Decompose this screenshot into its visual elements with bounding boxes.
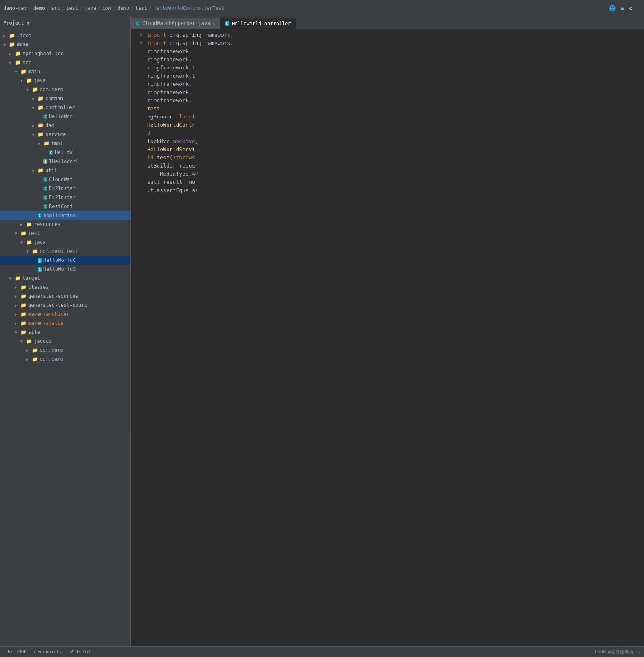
tree-item-com-demo-2[interactable]: ▶ 📁 com.demo: [0, 355, 130, 364]
tab-icon: C: [225, 21, 229, 26]
tree-item-controller[interactable]: ▼ 📁 controller: [0, 103, 130, 112]
arrow-icon: ▶: [32, 96, 38, 101]
arrow-icon: ▶: [15, 294, 20, 299]
tree-item-maven-status[interactable]: ▶ 📁 maven-status: [0, 319, 130, 328]
folder-icon: 📁: [43, 141, 49, 146]
arrow-icon: ▼: [9, 276, 15, 281]
tab-cloudwatch[interactable]: C CloudWatchAppender.java ✕: [131, 18, 220, 29]
tree-item-resources[interactable]: ▶ 📁 resources: [0, 220, 130, 229]
bottom-bar-todo[interactable]: ≡ 6: TODO: [3, 649, 27, 655]
tree-item-java-main[interactable]: ▼ 📁 java: [0, 76, 130, 85]
code-line: ringframework.t: [131, 64, 644, 72]
code-line: HelloWorldServi: [131, 145, 644, 154]
tab-helloworld-ctrl[interactable]: C HelloWorldController: [220, 18, 296, 29]
arrow-icon: ▼: [20, 240, 26, 245]
tree-item-generated-sources[interactable]: ▶ 📁 generated-sources: [0, 292, 130, 301]
tree-item-hellow-impl[interactable]: C HelloW: [0, 148, 130, 157]
arrow-icon: ▼: [15, 330, 20, 335]
folder-icon: 📁: [20, 320, 27, 326]
folder-icon: 📁: [20, 293, 27, 299]
tree-item-src[interactable]: ▼ 📁 src: [0, 58, 130, 67]
folder-icon: 📁: [20, 302, 27, 308]
tree-item-com-demo-jacoco[interactable]: ▶ 📁 com.demo: [0, 346, 130, 355]
code-line: ringframework.: [131, 47, 644, 56]
tree-item-helloworld-ctrl-test[interactable]: C HelloWorldC: [0, 256, 130, 265]
tree-container[interactable]: ▶ 📁 .idea ▼ 📁 demo ▶ 📁 springboot_log: [0, 29, 130, 646]
arrow-icon: ▶: [15, 312, 20, 317]
folder-icon: 📁: [32, 248, 38, 254]
class-icon: C: [38, 267, 42, 272]
tree-item-common[interactable]: ▶ 📁 common: [0, 94, 130, 103]
tree-item-helloworld-ctrl[interactable]: C HelloWorl: [0, 112, 130, 121]
arrow-icon: ▼: [20, 339, 26, 344]
arrow-icon: ▼: [38, 141, 43, 146]
arrow-icon: ▶: [32, 123, 38, 128]
code-line: 9 import org.springframework.: [131, 39, 644, 47]
folder-icon: 📁: [20, 311, 27, 317]
close-icon[interactable]: ✕: [212, 21, 215, 26]
tree-item-ihello[interactable]: I IHelloWorl: [0, 157, 130, 166]
tree-item-idea[interactable]: ▶ 📁 .idea: [0, 31, 130, 40]
tree-item-springboot[interactable]: ▶ 📁 springboot_log: [0, 49, 130, 58]
sidebar-header[interactable]: Project ▼: [0, 16, 130, 29]
arrow-icon: ▶: [26, 357, 32, 362]
code-line: .t.assertEquals(: [131, 186, 644, 194]
tree-item-site[interactable]: ▼ 📁 site: [0, 328, 130, 337]
folder-icon: 📁: [26, 338, 32, 344]
folder-icon: 📁: [38, 105, 44, 110]
code-line: sult result= mo: [131, 178, 644, 186]
arrow-icon: ▼: [32, 132, 38, 137]
class-icon: C: [38, 258, 42, 263]
minimize-icon[interactable]: —: [637, 5, 641, 11]
tree-item-ec2instar1[interactable]: C Ec2Instar: [0, 184, 130, 193]
tree-item-test[interactable]: ▼ 📁 test: [0, 229, 130, 238]
endpoints-icon: ⚡: [33, 649, 36, 655]
tree-item-generated-test-sources[interactable]: ▶ 📁 generated-test-sourc: [0, 301, 130, 310]
split-icon[interactable]: ⊟: [621, 5, 624, 11]
todo-label: 6: TODO: [8, 649, 27, 655]
tree-item-classes[interactable]: ▶ 📁 classes: [0, 283, 130, 292]
tree-item-restconf[interactable]: C RestConf: [0, 202, 130, 211]
tree-item-service[interactable]: ▼ 📁 service: [0, 130, 130, 139]
interface-icon: I: [43, 159, 47, 164]
tree-item-demo[interactable]: ▼ 📁 demo: [0, 40, 130, 49]
folder-icon: 📁: [26, 221, 32, 227]
sidebar: Project ▼ ▶ 📁 .idea ▼ 📁 demo ▶ 📁: [0, 16, 131, 646]
arrow-icon: ▼: [26, 249, 32, 254]
arrow-icon: ▶: [9, 51, 15, 56]
globe-icon[interactable]: 🌐: [609, 5, 616, 11]
folder-icon: 📁: [15, 51, 21, 56]
folder-icon: 📁: [32, 356, 38, 362]
tree-item-application[interactable]: C Application: [0, 211, 130, 220]
tree-item-target[interactable]: ▼ 📁 target: [0, 274, 130, 283]
editor-tabs: C CloudWatchAppender.java ✕ C HelloWorld…: [131, 16, 644, 29]
code-line: ringframework.: [131, 88, 644, 96]
bottom-bar-attribution: CSDN @爱埋珊瑚海 ～: [595, 649, 641, 655]
tree-item-jacoco[interactable]: ▼ 📁 jacoco: [0, 337, 130, 346]
tree-item-dao[interactable]: ▶ 📁 dao: [0, 121, 130, 130]
code-line: ringframework.t: [131, 72, 644, 80]
code-line: HelloWorldContr: [131, 121, 644, 129]
arrow-icon: ▶: [3, 34, 9, 38]
bottom-bar-git[interactable]: ⎇ 9: Git: [68, 649, 92, 655]
code-editor[interactable]: 8 import org.springframework. 9 import o…: [131, 29, 644, 646]
tree-item-maven-archiver[interactable]: ▶ 📁 maven-archiver: [0, 310, 130, 319]
bottom-bar-endpoints[interactable]: ⚡ Endpoints: [33, 649, 62, 655]
tree-item-java-test[interactable]: ▼ 📁 java: [0, 238, 130, 247]
folder-icon: 📁: [20, 230, 27, 236]
class-icon: C: [43, 177, 47, 182]
tree-item-main[interactable]: ▼ 📁 main: [0, 67, 130, 76]
tree-item-util[interactable]: ▼ 📁 util: [0, 166, 130, 175]
class-icon: C: [43, 204, 47, 209]
tab-icon: C: [136, 21, 140, 26]
tree-item-cloudwat[interactable]: C CloudWat: [0, 175, 130, 184]
project-label: Project ▼: [3, 20, 30, 26]
folder-icon: 📁: [32, 347, 38, 353]
tree-item-ec2instar2[interactable]: C Ec2Instar: [0, 193, 130, 202]
tree-item-helloworld-s-test[interactable]: C HelloWorldS: [0, 265, 130, 274]
tree-item-com-demo[interactable]: ▼ 📁 com.demo: [0, 85, 130, 94]
tree-item-com-demo-test[interactable]: ▼ 📁 com.demo.test: [0, 247, 130, 256]
tree-item-impl[interactable]: ▼ 📁 impl: [0, 139, 130, 148]
gear-icon[interactable]: ⚙: [629, 5, 632, 11]
git-branch-icon: ⎇: [68, 649, 74, 655]
